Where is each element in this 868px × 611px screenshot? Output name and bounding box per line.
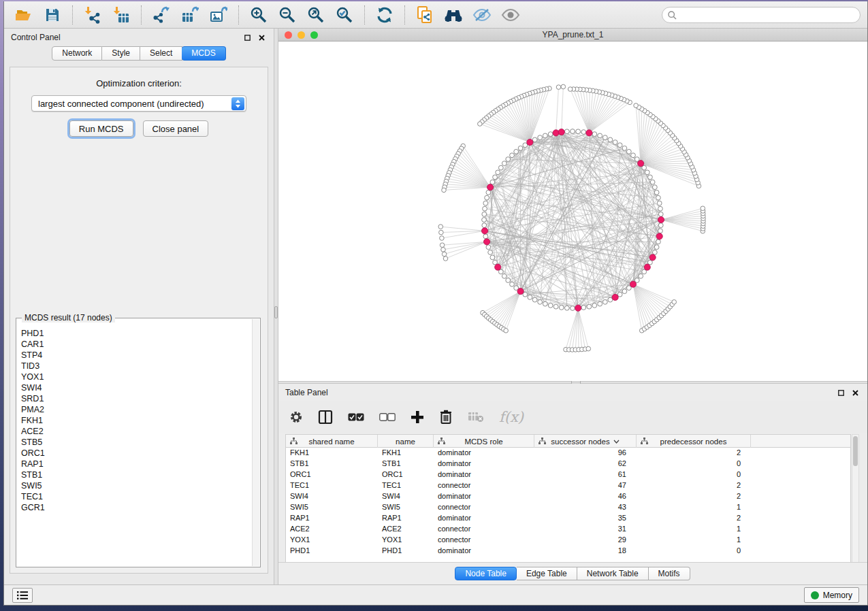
network-node[interactable] — [548, 303, 553, 308]
zoom-traffic-light[interactable] — [310, 31, 318, 39]
satellite-node[interactable] — [439, 230, 444, 235]
mcds-result-item[interactable]: SWI5 — [21, 480, 252, 491]
network-node[interactable] — [592, 132, 597, 137]
network-node[interactable] — [652, 185, 657, 190]
network-node[interactable] — [488, 250, 493, 254]
table-row[interactable]: FKH1FKH1dominator962 — [286, 448, 850, 459]
network-node[interactable] — [654, 190, 659, 195]
close-table-panel-icon[interactable] — [850, 387, 861, 398]
copy-share-document-icon[interactable] — [414, 4, 436, 26]
task-history-button[interactable] — [12, 588, 33, 603]
search-field[interactable] — [662, 7, 861, 23]
table-row[interactable]: ORC1ORC1dominator610 — [286, 469, 850, 480]
network-node[interactable] — [482, 223, 487, 228]
network-node[interactable] — [502, 274, 507, 278]
network-node[interactable] — [485, 195, 489, 200]
mcds-result-item[interactable]: ORC1 — [21, 448, 252, 459]
vertical-splitter-grip[interactable] — [274, 306, 278, 318]
select-all-checkboxes-icon[interactable] — [348, 413, 364, 421]
close-traffic-light[interactable] — [285, 31, 292, 39]
network-node[interactable] — [482, 212, 487, 216]
import-network-icon[interactable] — [82, 4, 103, 26]
tab-network[interactable]: Network — [52, 46, 102, 61]
satellite-node[interactable] — [701, 206, 705, 211]
column-header-predecessor-nodes[interactable]: predecessor nodes — [637, 435, 751, 448]
network-node[interactable] — [532, 297, 537, 302]
table-row[interactable]: SWI4SWI4dominator462 — [286, 491, 850, 502]
mcds-result-item[interactable]: TEC1 — [21, 491, 252, 502]
table-tab-node-table[interactable]: Node Table — [455, 567, 517, 580]
zoom-selected-icon[interactable] — [334, 4, 355, 26]
import-table-icon[interactable] — [110, 4, 132, 26]
tab-mcds[interactable]: MCDS — [182, 46, 225, 61]
table-tab-network-table[interactable]: Network Table — [577, 567, 649, 580]
network-node[interactable] — [587, 304, 592, 309]
satellite-node[interactable] — [556, 85, 561, 90]
network-node[interactable] — [576, 129, 581, 134]
network-node[interactable] — [602, 299, 607, 304]
network-node[interactable] — [602, 135, 607, 140]
mcds-hub-node[interactable] — [638, 161, 644, 167]
save-session-icon[interactable] — [42, 4, 63, 26]
close-panel-icon[interactable] — [256, 32, 267, 43]
network-node[interactable] — [656, 240, 661, 244]
network-node[interactable] — [608, 137, 613, 142]
satellite-node[interactable] — [586, 346, 591, 351]
search-binoculars-icon[interactable] — [443, 4, 464, 26]
table-row[interactable]: RAP1RAP1dominator352 — [286, 513, 850, 524]
mcds-hub-node[interactable] — [517, 288, 524, 295]
mcds-result-item[interactable]: SWI4 — [21, 382, 252, 393]
function-builder-icon[interactable]: f(x) — [499, 409, 524, 425]
mcds-hub-node[interactable] — [656, 233, 662, 240]
network-node[interactable] — [581, 306, 586, 310]
zoom-out-icon[interactable] — [276, 4, 298, 26]
network-node[interactable] — [564, 306, 569, 310]
network-node[interactable] — [564, 129, 569, 134]
satellite-node[interactable] — [561, 84, 566, 89]
mcds-result-item[interactable]: GCR1 — [21, 502, 252, 513]
network-node[interactable] — [570, 129, 575, 134]
satellite-node[interactable] — [672, 300, 677, 305]
satellite-node[interactable] — [440, 236, 445, 241]
zoom-fit-icon[interactable] — [305, 4, 327, 26]
satellite-node[interactable] — [441, 248, 446, 252]
mcds-result-item[interactable]: ACE2 — [21, 426, 252, 437]
table-row[interactable]: PHD1PHD1dominator180 — [286, 546, 850, 557]
table-tab-motifs[interactable]: Motifs — [649, 567, 690, 580]
network-node[interactable] — [502, 161, 507, 166]
network-graph[interactable] — [278, 42, 867, 381]
mcds-hub-node[interactable] — [553, 130, 559, 136]
mcds-hub-node[interactable] — [658, 216, 664, 222]
mcds-hub-node[interactable] — [495, 264, 501, 270]
network-node[interactable] — [538, 135, 543, 140]
satellite-node[interactable] — [478, 122, 483, 127]
mcds-result-item[interactable]: PHD1 — [21, 328, 252, 339]
table-row[interactable]: YOX1YOX1connector291 — [286, 535, 850, 546]
network-node[interactable] — [482, 218, 487, 222]
tab-select[interactable]: Select — [140, 46, 182, 61]
column-layout-icon[interactable] — [318, 410, 333, 425]
mcds-result-item[interactable]: STB1 — [21, 469, 252, 480]
network-node[interactable] — [622, 289, 627, 294]
mcds-hub-node[interactable] — [586, 130, 592, 136]
network-node[interactable] — [543, 133, 547, 138]
float-table-panel-icon[interactable] — [835, 387, 846, 398]
delete-column-icon[interactable] — [439, 410, 453, 425]
network-node[interactable] — [532, 137, 537, 142]
mcds-result-item[interactable]: YOX1 — [21, 371, 252, 382]
network-node[interactable] — [657, 201, 662, 205]
network-node[interactable] — [658, 212, 663, 216]
mcds-list-scrollbar[interactable] — [252, 319, 259, 566]
satellite-node[interactable] — [568, 87, 573, 92]
network-node[interactable] — [652, 250, 657, 254]
network-node[interactable] — [598, 133, 602, 138]
mcds-hub-node[interactable] — [612, 294, 618, 300]
network-node[interactable] — [645, 170, 649, 175]
network-node[interactable] — [490, 180, 495, 184]
deselect-all-checkboxes-icon[interactable] — [379, 413, 396, 421]
network-node[interactable] — [658, 206, 663, 211]
network-node[interactable] — [483, 201, 488, 205]
mcds-hub-node[interactable] — [644, 264, 650, 270]
mcds-result-item[interactable]: SRD1 — [21, 393, 252, 404]
network-node[interactable] — [496, 170, 500, 175]
